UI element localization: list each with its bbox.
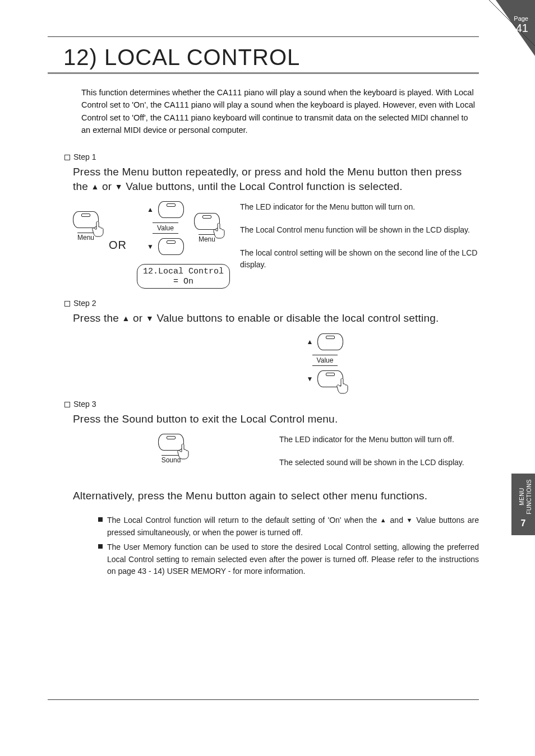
step1-note2: The Local Control menu function will be … — [240, 224, 479, 236]
hand-icon — [213, 223, 227, 239]
hand-icon — [92, 221, 105, 237]
step1-note1: The LED indicator for the Menu button wi… — [240, 201, 479, 213]
value-up-button-icon — [317, 333, 343, 350]
down-triangle-icon: ▼ — [115, 182, 123, 191]
sidetab-section-number: 7 — [511, 518, 535, 528]
lcd-display: 12.Local Control = On — [137, 264, 230, 289]
up-triangle-icon: ▲ — [91, 182, 99, 191]
up-triangle-icon: ▲ — [122, 314, 130, 323]
page-number: 41 — [514, 22, 528, 34]
intro-paragraph: This function determines whether the CA1… — [81, 86, 479, 137]
step1-figure: Menu OR ▲ Value ▼ — [73, 201, 479, 289]
step3-figure: Sound The LED indicator for the Menu but… — [73, 434, 479, 480]
step3-head: Step 3 — [64, 400, 479, 409]
up-triangle-icon: ▲ — [307, 338, 313, 346]
page-label: Page — [514, 16, 528, 22]
up-triangle-icon: ▲ — [380, 517, 387, 523]
step1-note3: The local control setting will be shown … — [240, 247, 479, 271]
step3-note1: The LED indicator for the Menu button wi… — [279, 434, 479, 446]
value-up-button-icon — [158, 201, 184, 218]
sidetab-line2: FUNCTIONS — [526, 479, 532, 514]
menu-button-figure: Menu — [73, 211, 99, 242]
down-triangle-icon: ▼ — [307, 375, 313, 383]
or-word: OR — [109, 239, 127, 252]
value-buttons-figure: ▲ Value ▼ — [147, 201, 184, 255]
bottom-rule — [48, 699, 479, 700]
down-triangle-icon: ▼ — [146, 314, 154, 323]
page-corner: Page 41 — [479, 0, 535, 56]
down-triangle-icon: ▼ — [147, 243, 154, 251]
step3-instruction: Press the Sound button to exit the Local… — [73, 412, 479, 426]
alt-instruction: Alternatively, press the Menu button aga… — [73, 490, 479, 502]
hand-icon — [336, 378, 350, 394]
sound-button-figure: Sound — [158, 434, 184, 464]
step3-note2: The selected sound will be shown in the … — [279, 457, 479, 469]
bullet-icon — [98, 544, 103, 549]
step1-instruction: Press the Menu button repeatedly, or pre… — [73, 165, 479, 193]
page-title: 12) LOCAL CONTROL — [48, 40, 479, 74]
step2-instruction: Press the ▲ or ▼ Value buttons to enable… — [73, 311, 479, 326]
step1-head: Step 1 — [64, 152, 479, 161]
value-down-button-icon — [158, 238, 184, 255]
menu-button-figure-2: Menu — [194, 213, 220, 243]
bullet-icon — [98, 517, 103, 522]
hand-icon — [177, 444, 191, 460]
section-tab: MENU FUNCTIONS 7 — [511, 474, 535, 535]
sidetab-line1: MENU — [519, 488, 525, 505]
step2-head: Step 2 — [64, 299, 479, 308]
value-buttons-figure: ▲ Value ▼ — [171, 333, 479, 387]
footnotes: The Local Control function will return t… — [98, 514, 479, 577]
up-triangle-icon: ▲ — [147, 206, 154, 214]
down-triangle-icon: ▼ — [406, 517, 413, 523]
